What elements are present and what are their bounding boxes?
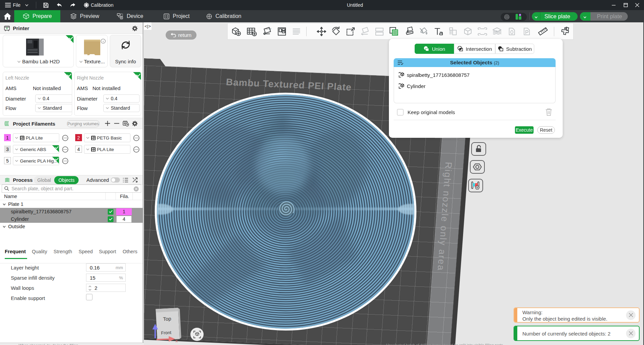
svg-text:x: x	[175, 338, 178, 343]
svg-text:AUTO: AUTO	[266, 28, 271, 30]
svg-text:Top: Top	[163, 316, 171, 322]
svg-text:Front: Front	[161, 330, 171, 336]
